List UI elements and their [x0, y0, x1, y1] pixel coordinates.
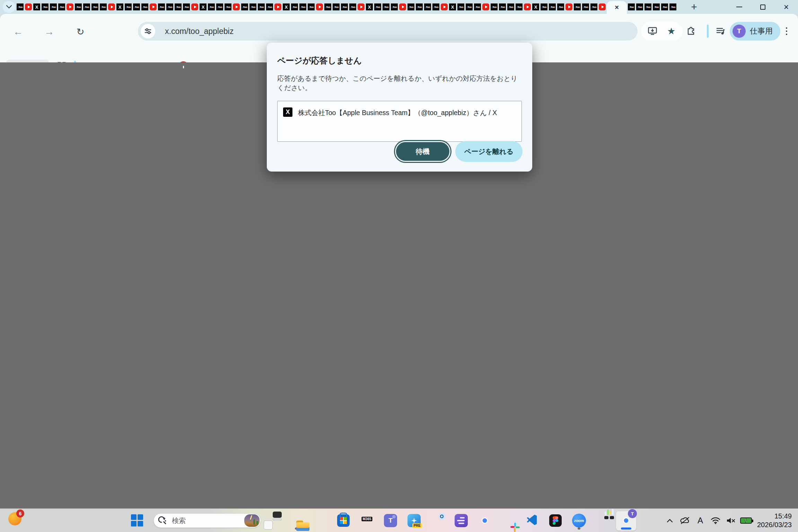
browser-tab[interactable]	[482, 0, 490, 14]
unresponsive-page-list[interactable]: X 株式会社Too【Apple Business Team】（@too_appl…	[277, 101, 522, 142]
browser-tab[interactable]: .Too	[382, 0, 390, 14]
active-tab[interactable]: ×	[607, 1, 627, 14]
browser-tab[interactable]: .Too	[573, 0, 581, 14]
taskbar-app-chrome[interactable]	[477, 511, 492, 530]
browser-tab[interactable]: .Too	[332, 0, 340, 14]
tab-search-button[interactable]	[3, 1, 15, 13]
browser-tab[interactable]: .Too	[515, 0, 523, 14]
browser-tab[interactable]: .Too	[340, 0, 349, 14]
wait-button[interactable]: 待機	[395, 141, 450, 162]
browser-tab[interactable]: .Too	[174, 0, 182, 14]
taskbar-app-m365-copilot[interactable]: M365	[360, 511, 374, 530]
notification-bubble[interactable]: 6	[8, 512, 22, 526]
tab-close-icon[interactable]: ×	[615, 3, 619, 11]
browser-tab[interactable]: .Too	[49, 0, 58, 14]
taskbar-app-teams-pre[interactable]: PRE	[407, 511, 421, 530]
browser-tab[interactable]	[440, 0, 448, 14]
browser-tab[interactable]: .Too	[390, 0, 398, 14]
browser-tab[interactable]: .Too	[644, 0, 652, 14]
taskbar-app-purple-lines-app[interactable]	[454, 511, 468, 530]
browser-tab[interactable]: X	[282, 0, 290, 14]
browser-tab[interactable]: .Too	[216, 0, 224, 14]
browser-tab[interactable]: .Too	[374, 0, 382, 14]
browser-tab[interactable]: X	[532, 0, 540, 14]
browser-tab[interactable]: .Too	[157, 0, 166, 14]
browser-tab[interactable]: .Too	[324, 0, 332, 14]
browser-tab[interactable]: .Too	[627, 0, 635, 14]
browser-tab[interactable]: .Too	[556, 0, 565, 14]
taskbar-app-file-explorer[interactable]	[289, 511, 304, 530]
browser-tab[interactable]	[274, 0, 282, 14]
volume-muted-button[interactable]	[723, 513, 738, 528]
reload-button[interactable]: ↻	[71, 22, 90, 42]
browser-tab[interactable]: .Too	[240, 0, 249, 14]
browser-tab[interactable]: .Too	[498, 0, 507, 14]
browser-tab[interactable]	[565, 0, 573, 14]
browser-tab[interactable]: .Too	[290, 0, 299, 14]
wifi-button[interactable]	[708, 513, 723, 528]
browser-tab[interactable]	[398, 0, 407, 14]
browser-tab[interactable]: .Too	[182, 0, 191, 14]
back-button[interactable]: ←	[8, 22, 28, 42]
browser-tab[interactable]: .Too	[82, 0, 91, 14]
browser-menu-button[interactable]	[779, 24, 794, 39]
browser-tab[interactable]: .Too	[490, 0, 498, 14]
browser-tab[interactable]: .Too	[141, 0, 149, 14]
browser-tab[interactable]	[107, 0, 116, 14]
taskbar-app-teams[interactable]: T	[383, 511, 398, 530]
browser-tab[interactable]: X	[365, 0, 374, 14]
minimize-button[interactable]	[727, 0, 751, 14]
battery-button[interactable]	[738, 513, 754, 528]
taskbar-app-chrome-active[interactable]: T	[619, 511, 633, 530]
browser-tab[interactable]	[315, 0, 324, 14]
close-window-button[interactable]: ×	[774, 0, 798, 14]
browser-tab[interactable]: .Too	[99, 0, 107, 14]
browser-tab[interactable]: .Too	[265, 0, 274, 14]
forward-button[interactable]: →	[40, 22, 59, 42]
browser-tab[interactable]: .Too	[457, 0, 465, 14]
ime-mode-button[interactable]: A	[693, 513, 708, 528]
browser-tab[interactable]	[66, 0, 74, 14]
browser-tab[interactable]: .Too	[423, 0, 432, 14]
taskbar-clock[interactable]: 15:49 2026/03/23	[757, 512, 792, 529]
taskbar-app-figma[interactable]	[548, 511, 563, 530]
browser-tab[interactable]: .Too	[207, 0, 216, 14]
profile-chip[interactable]: T 仕事用	[730, 22, 780, 41]
browser-tab[interactable]	[191, 0, 199, 14]
browser-tab[interactable]: .Too	[41, 0, 49, 14]
browser-tab[interactable]: .Too	[257, 0, 265, 14]
taskbar-app-outlook[interactable]: O	[430, 511, 445, 530]
browser-tab[interactable]: .Too	[58, 0, 66, 14]
browser-tab[interactable]: .Too	[669, 0, 677, 14]
browser-tab[interactable]: .Too	[432, 0, 440, 14]
browser-tab[interactable]: .Too	[581, 0, 590, 14]
browser-tab[interactable]: .Too	[590, 0, 598, 14]
restore-button[interactable]	[751, 0, 774, 14]
browser-tab[interactable]: .Too	[652, 0, 660, 14]
browser-tab[interactable]: .Too	[249, 0, 257, 14]
address-bar[interactable]: x.com/too_applebiz	[138, 22, 638, 41]
taskbar-app-vscode[interactable]	[525, 511, 539, 530]
tray-chevron-up-button[interactable]	[662, 513, 677, 528]
browser-tab[interactable]: .Too	[224, 0, 232, 14]
browser-tab[interactable]: X	[199, 0, 207, 14]
browser-tab[interactable]: .Too	[132, 0, 141, 14]
browser-tab[interactable]: .Too	[507, 0, 515, 14]
browser-tab[interactable]	[24, 0, 33, 14]
onedrive-paused-button[interactable]	[677, 513, 693, 528]
taskbar-app-task-view[interactable]	[265, 511, 280, 530]
browser-tab[interactable]: .Too	[124, 0, 132, 14]
browser-tab[interactable]: .Too	[299, 0, 307, 14]
browser-tab[interactable]	[149, 0, 157, 14]
browser-tab[interactable]: .Too	[540, 0, 548, 14]
browser-tab[interactable]: .Too	[407, 0, 415, 14]
browser-tab[interactable]: .Too	[91, 0, 99, 14]
browser-tab[interactable]: .Too	[415, 0, 423, 14]
media-controls-button[interactable]	[713, 24, 728, 39]
browser-tab[interactable]: .Too	[548, 0, 556, 14]
browser-tab[interactable]: X	[116, 0, 124, 14]
browser-tab[interactable]	[232, 0, 240, 14]
browser-tab[interactable]: .Too	[635, 0, 644, 14]
taskbar-app-edge[interactable]	[313, 511, 327, 530]
site-settings-button[interactable]	[141, 24, 155, 38]
